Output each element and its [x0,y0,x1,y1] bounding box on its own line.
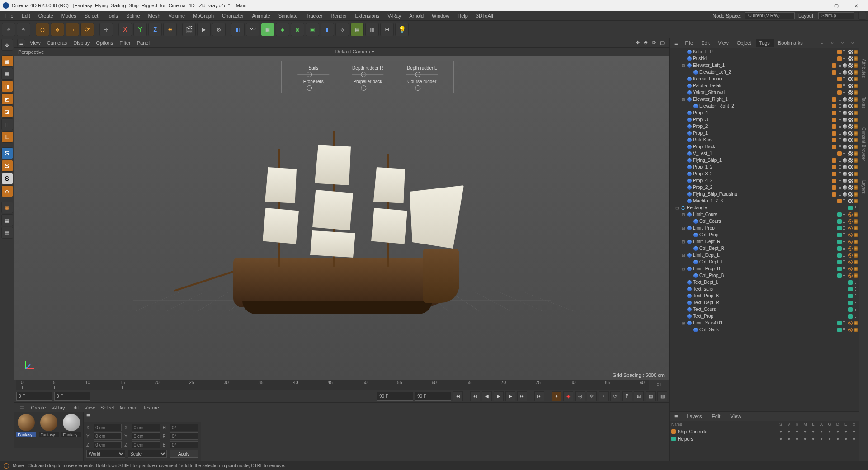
world-axis-button[interactable]: ⊕ [163,23,177,36]
tag-sphere[interactable] [843,185,847,190]
tag-vray[interactable] [854,253,858,258]
layer-toggle[interactable]: ● [851,429,857,434]
tag-layer-teal[interactable] [837,240,842,244]
filter-icon[interactable]: ◦ [828,39,837,47]
tree-row[interactable]: Flying_Ship_Parusina [670,191,859,197]
objects-tab-tags[interactable]: Tags [756,39,774,47]
tag-sphere[interactable] [843,97,847,102]
tag-layer-orange[interactable] [832,104,836,108]
layers-menu-icon[interactable]: ≡ [671,412,680,420]
viewport-menu-icon[interactable]: ≡ [17,39,25,47]
tag-layer-orange[interactable] [837,90,842,95]
tag-layer-orange[interactable] [832,172,836,176]
tag-dots[interactable] [843,199,847,203]
tree-row[interactable]: Text_salis [670,286,859,292]
redo-button[interactable]: ↷ [17,23,30,36]
render-settings-button[interactable]: ⚙ [212,23,226,36]
tag-sphere[interactable] [843,104,847,108]
vtab-layers[interactable]: Layers [860,178,867,197]
tree-row[interactable]: Ctrl_Prop_B [670,272,859,279]
tree-row[interactable]: Text_Prop_B [670,292,859,299]
tag-check[interactable] [848,145,853,149]
tweak-button[interactable]: ◫ [1,118,13,130]
layer-row[interactable]: Ship_Controller●●●●●●●●●● [670,428,859,435]
tag-stop[interactable] [848,246,853,251]
menu-help[interactable]: Help [454,12,472,20]
menu-modes[interactable]: Modes [58,12,80,20]
tag-layer-orange[interactable] [837,199,842,203]
menu-extensions[interactable]: Extensions [351,12,383,20]
tag-dots[interactable] [843,246,847,251]
tag-vray[interactable] [854,111,858,115]
tree-row[interactable]: Prop_4 [670,109,859,116]
tag-vray[interactable] [854,233,858,237]
tag-layer-orange[interactable] [832,192,836,197]
objects-tab-file[interactable]: File [681,39,697,47]
menu-file[interactable]: File [2,12,17,20]
tree-row[interactable]: Ctrl_Dept_L [670,258,859,265]
hud-propellers[interactable]: Propellers [291,79,336,88]
tree-row[interactable]: Text_Cours [670,306,859,313]
next-frame-button[interactable]: ▶ [505,391,515,401]
tag-dots[interactable] [837,124,842,129]
layers-tab-view[interactable]: View [726,413,745,420]
add-light-button[interactable]: ⟐ [335,23,349,36]
tree-row[interactable]: ⊟Limit_Dept_R [670,238,859,245]
tag-dots[interactable] [854,314,858,319]
tag-stop[interactable] [848,321,853,325]
search-icon[interactable]: ◦ [817,39,826,47]
vtab-attributes[interactable]: Attributes [860,56,867,80]
layer-toggle[interactable]: ● [826,429,833,434]
goto-end-button[interactable]: ⏭ [534,391,544,401]
tree-row[interactable]: Text_Dept_L [670,279,859,286]
tag-sphere[interactable] [843,192,847,197]
hud-propeller-back[interactable]: Propeller back [345,79,390,88]
tag-vray[interactable] [854,97,858,102]
menu-create[interactable]: Create [35,12,57,20]
menu-render[interactable]: Render [327,12,350,20]
record-button[interactable]: ◉ [563,391,573,401]
viewport-menu-panel[interactable]: Panel [134,39,152,47]
tag-stop[interactable] [848,328,853,332]
expand-icon[interactable]: ⊟ [681,97,686,102]
timeline[interactable]: 051015202530354045505560657075808590 0 F [14,380,669,390]
add-spline-button[interactable]: 〰 [246,23,259,36]
tag-layer-orange[interactable] [837,84,842,88]
tag-vray[interactable] [854,246,858,251]
add-bend-button[interactable]: ▥ [365,23,379,36]
tag-check[interactable] [848,77,853,81]
add-deformer-button[interactable]: ◈ [276,23,289,36]
tag-stop[interactable] [848,273,853,278]
viewport-nav3-icon[interactable]: ⟳ [652,40,658,46]
tag-layer-teal[interactable] [848,307,853,312]
frame-start-input[interactable] [16,392,52,401]
node-space-select[interactable]: Current (V-Ray) [745,12,795,19]
material-swatch[interactable]: Fantasy_ [39,414,59,441]
tag-check[interactable] [848,90,853,95]
timeline-mode2-button[interactable]: ▥ [657,391,667,401]
snap-enable-button[interactable]: S [1,147,13,159]
goto-start-button[interactable]: ⏮ [453,391,463,401]
tag-dots[interactable] [843,233,847,237]
layer-row[interactable]: Helpers●●●●●●●●●● [670,435,859,442]
minimize-button[interactable]: — [807,1,826,10]
tag-dots[interactable] [843,219,847,224]
viewport-menu-cameras[interactable]: Cameras [44,39,70,47]
tag-stop[interactable] [848,240,853,244]
tag-vray[interactable] [854,165,858,169]
tag-layer-orange[interactable] [837,77,842,81]
tag-check[interactable] [848,118,853,122]
frame-range-input[interactable] [415,392,451,401]
tag-dots[interactable] [843,240,847,244]
tag-layer-teal[interactable] [837,212,842,217]
tag-sphere[interactable] [843,172,847,176]
layer-toggle[interactable]: ● [818,436,825,442]
layer-toggle[interactable]: ● [843,436,849,442]
tag-layer-orange[interactable] [832,97,836,102]
coord-x[interactable] [94,424,122,431]
tag-sphere[interactable] [843,63,847,68]
tag-vray[interactable] [854,50,858,54]
tag-dots[interactable] [843,267,847,271]
axis-z-lock[interactable]: Z [148,23,162,36]
planar-workplane-button[interactable]: ▤ [1,227,13,239]
